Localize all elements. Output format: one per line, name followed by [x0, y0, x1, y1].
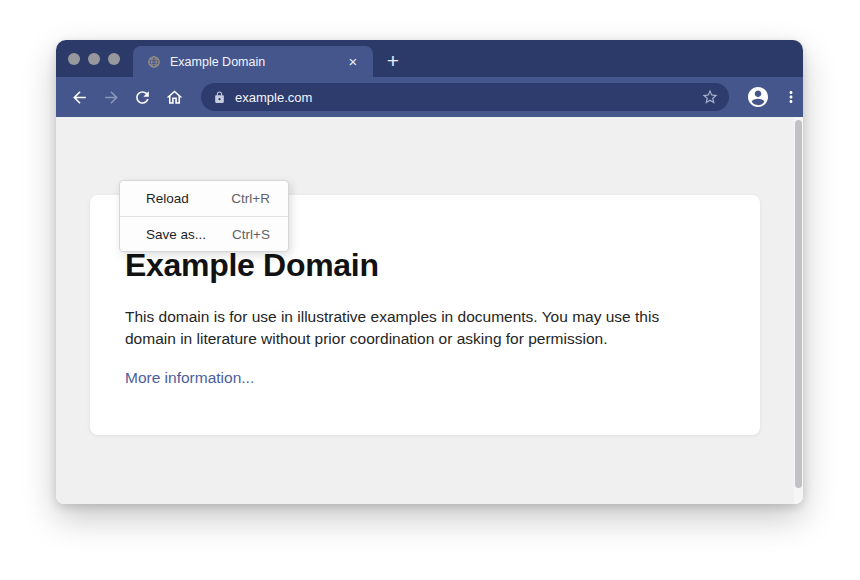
avatar-icon [746, 85, 770, 109]
home-button[interactable] [159, 82, 189, 112]
context-menu-item-save-as[interactable]: Save as... Ctrl+S [120, 216, 288, 251]
reload-icon [133, 88, 152, 107]
tab-strip: Example Domain × + [56, 40, 803, 77]
window-zoom-button[interactable] [108, 53, 120, 65]
address-bar[interactable]: example.com [201, 83, 729, 111]
bookmark-star-icon[interactable] [701, 88, 719, 106]
page-viewport: Example Domain This domain is for use in… [56, 117, 803, 504]
back-arrow-icon [70, 88, 89, 107]
window-close-button[interactable] [68, 53, 80, 65]
scrollbar-track[interactable] [794, 117, 803, 504]
browser-window: Example Domain × + [56, 40, 803, 504]
window-minimize-button[interactable] [88, 53, 100, 65]
page-title: Example Domain [125, 247, 379, 284]
context-menu-item-reload[interactable]: Reload Ctrl+R [120, 181, 288, 216]
browser-menu-button[interactable] [779, 85, 803, 109]
home-icon [165, 88, 184, 107]
new-tab-button[interactable]: + [380, 48, 406, 74]
forward-arrow-icon [102, 88, 121, 107]
page-body-text: This domain is for use in illustrative e… [125, 306, 713, 350]
scrollbar-thumb[interactable] [795, 120, 802, 488]
reload-button[interactable] [127, 82, 157, 112]
back-button[interactable] [64, 82, 94, 112]
menu-item-shortcut: Ctrl+S [232, 227, 270, 242]
tab-example-domain[interactable]: Example Domain × [133, 46, 373, 77]
forward-button[interactable] [96, 82, 126, 112]
tab-title: Example Domain [170, 55, 345, 69]
url-text: example.com [235, 90, 701, 105]
menu-item-shortcut: Ctrl+R [231, 191, 270, 206]
context-menu: Reload Ctrl+R Save as... Ctrl+S [119, 180, 289, 252]
profile-button[interactable] [745, 84, 771, 110]
menu-item-label: Save as... [146, 227, 232, 242]
globe-favicon-icon [147, 55, 161, 69]
tab-close-icon[interactable]: × [345, 54, 361, 70]
browser-toolbar: example.com [56, 77, 803, 117]
menu-item-label: Reload [146, 191, 231, 206]
three-dots-icon [782, 88, 800, 106]
lock-icon [213, 91, 226, 104]
more-information-link[interactable]: More information... [125, 369, 254, 387]
